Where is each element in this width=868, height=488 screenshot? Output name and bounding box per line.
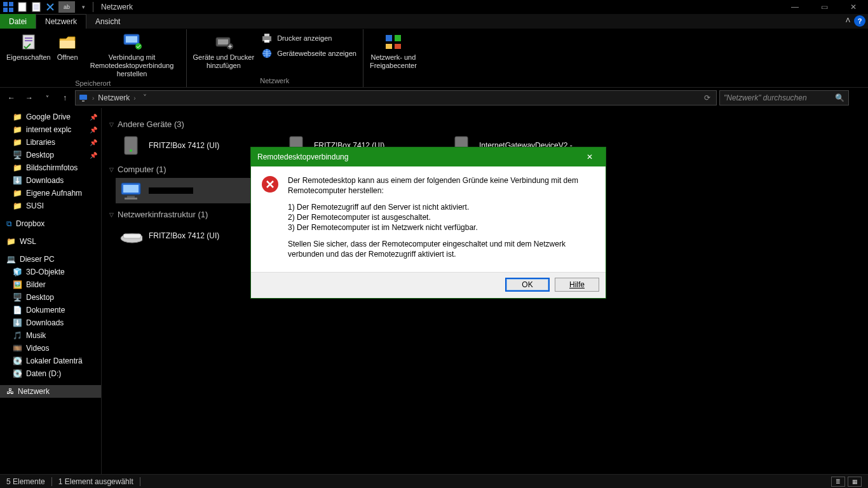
up-button[interactable]: ↑ [57, 90, 72, 105]
ribbon-group-sharing: Netzwerk- und Freigabecenter [363, 29, 423, 87]
router-label: FRITZ!Box 7412 (UI) [149, 231, 219, 240]
computer-item-selected[interactable] [116, 178, 268, 203]
device-fritzbox-1[interactable]: FRITZ!Box 7412 (UI) [116, 133, 268, 158]
tree-bildschirmfotos[interactable]: 📁Bildschirmfotos [0, 161, 101, 174]
minimize-button[interactable]: — [780, 0, 810, 14]
tree-eigene-aufnahm[interactable]: 📁Eigene Aufnahm [0, 187, 101, 200]
network-icon: 🖧 [6, 387, 14, 396]
3d-icon: 🧊 [13, 268, 22, 276]
tree-lokaler-disk[interactable]: 💽Lokaler Datenträ [0, 355, 101, 367]
tree-desktop-pinned[interactable]: 🖥️Desktop📌 [0, 149, 101, 161]
sharing-center-button[interactable]: Netzwerk- und Freigabecenter [370, 32, 417, 70]
app-icon [3, 1, 14, 13]
svg-rect-2 [3, 8, 8, 12]
dialog-message: Der Remotedesktop kann aus einem der fol… [288, 175, 595, 266]
group-other-devices-header[interactable]: ▽Andere Geräte (3) [109, 119, 860, 129]
svg-rect-11 [126, 36, 137, 43]
breadcrumb-network[interactable]: Netzwerk [98, 93, 130, 102]
address-bar[interactable]: › Netzwerk › ˅ ⟳ [75, 90, 717, 105]
qat-properties-icon[interactable] [17, 1, 28, 13]
separator [51, 477, 52, 486]
remote-desktop-button[interactable]: Verbindung mit Remotedesktopverbindung h… [85, 32, 180, 78]
open-button[interactable]: Öffnen [57, 32, 78, 62]
qat-rename-icon[interactable]: ab [58, 1, 75, 13]
svg-rect-7 [25, 37, 32, 39]
tree-internet-explc[interactable]: 📁internet explc📌 [0, 123, 101, 136]
qat-close-icon[interactable] [44, 1, 56, 13]
tree-downloads-pinned[interactable]: ⬇️Downloads [0, 174, 101, 187]
tree-3d-objekte[interactable]: 🧊3D-Objekte [0, 266, 101, 278]
tree-musik[interactable]: 🎵Musik [0, 329, 101, 342]
tree-wsl[interactable]: 📁WSL [0, 235, 101, 248]
network-icon [78, 93, 88, 103]
folder-icon: 📁 [13, 112, 22, 121]
router-fritzbox[interactable]: FRITZ!Box 7412 (UI) [116, 223, 268, 248]
close-button[interactable]: ✕ [839, 0, 868, 14]
quick-access-toolbar: ab ▾ [3, 1, 89, 13]
address-dropdown[interactable]: ˅ [140, 93, 150, 102]
tree-downloads[interactable]: ⬇️Downloads [0, 316, 101, 329]
show-device-web-button[interactable]: Gerätewebseite anzeigen [261, 47, 356, 60]
search-input[interactable]: "Netzwerk" durchsuchen 🔍 [719, 90, 849, 105]
tree-bilder[interactable]: 🖼️Bilder [0, 278, 101, 291]
tree-this-pc[interactable]: 💻Dieser PC [0, 253, 101, 266]
tree-netzwerk[interactable]: 🖧Netzwerk [0, 385, 101, 398]
tree-daten-d[interactable]: 💽Daten (D:) [0, 367, 101, 380]
help-button[interactable]: Hilfe [555, 278, 599, 292]
tree-videos[interactable]: 🎞️Videos [0, 342, 101, 355]
details-view-button[interactable]: ≣ [831, 477, 845, 487]
tree-libraries[interactable]: 📁Libraries📌 [0, 136, 101, 149]
back-button[interactable]: ← [4, 90, 19, 105]
show-printers-button[interactable]: Drucker anzeigen [261, 32, 332, 44]
ribbon: Eigenschaften Öffnen Verbindung mit Remo… [0, 29, 868, 88]
dropbox-icon: ⧉ [6, 219, 12, 228]
navigation-tree[interactable]: 📁Google Drive📌 📁internet explc📌 📁Librari… [0, 108, 102, 474]
qat-new-icon[interactable] [31, 1, 42, 13]
svg-rect-0 [3, 2, 8, 6]
folder-icon: 📁 [13, 125, 22, 134]
tree-dropbox[interactable]: ⧉Dropbox [0, 217, 101, 230]
separator [140, 477, 140, 486]
dialog-close-button[interactable]: ✕ [580, 147, 599, 166]
tab-view[interactable]: Ansicht [86, 14, 129, 29]
add-devices-icon [214, 32, 234, 52]
computer-label [149, 187, 193, 194]
properties-button[interactable]: Eigenschaften [6, 32, 51, 62]
group-location-label: Speicherort [75, 78, 111, 90]
tree-dokumente[interactable]: 📄Dokumente [0, 304, 101, 316]
tab-file[interactable]: Datei [0, 14, 36, 29]
music-icon: 🎵 [13, 331, 22, 340]
recent-dropdown[interactable]: ˅ [39, 90, 55, 105]
maximize-button[interactable]: ▭ [810, 0, 839, 14]
desktop-icon: 🖥️ [13, 151, 22, 159]
status-bar: 5 Elemente 1 Element ausgewählt ≣ ▦ [0, 474, 868, 488]
show-device-web-label: Gerätewebseite anzeigen [277, 50, 356, 57]
forward-button[interactable]: → [22, 90, 37, 105]
group-network-label: Netzwerk [260, 76, 289, 87]
help-button[interactable]: ? [854, 15, 865, 27]
ok-button[interactable]: OK [505, 278, 550, 292]
status-selected-count: 1 Element ausgewählt [58, 477, 133, 486]
router-icon [119, 224, 142, 247]
collapse-ribbon-button[interactable]: ᐱ [846, 17, 850, 24]
add-devices-button[interactable]: Geräte und Drucker hinzufügen [193, 32, 255, 70]
chevron-down-icon: ▽ [109, 166, 114, 173]
device-icon [119, 134, 142, 157]
svg-rect-9 [60, 41, 75, 48]
tab-network[interactable]: Netzwerk [36, 14, 86, 29]
tree-desktop[interactable]: 🖥️Desktop [0, 291, 101, 304]
separator [93, 2, 93, 12]
pin-icon: 📌 [90, 114, 97, 121]
svg-rect-14 [218, 39, 228, 44]
disk-icon: 💽 [13, 356, 22, 365]
tree-susi[interactable]: 📁SUSI [0, 200, 101, 212]
svg-rect-33 [123, 185, 139, 193]
icons-view-button[interactable]: ▦ [848, 477, 862, 487]
dialog-titlebar: Remotedesktopverbindung ✕ [251, 147, 606, 166]
refresh-button[interactable]: ⟳ [701, 93, 714, 102]
window-title: Netzwerk [101, 3, 133, 11]
tree-google-drive[interactable]: 📁Google Drive📌 [0, 111, 101, 123]
svg-point-12 [135, 43, 142, 50]
sharing-center-icon [383, 32, 403, 52]
qat-dropdown-icon[interactable]: ▾ [78, 1, 89, 13]
